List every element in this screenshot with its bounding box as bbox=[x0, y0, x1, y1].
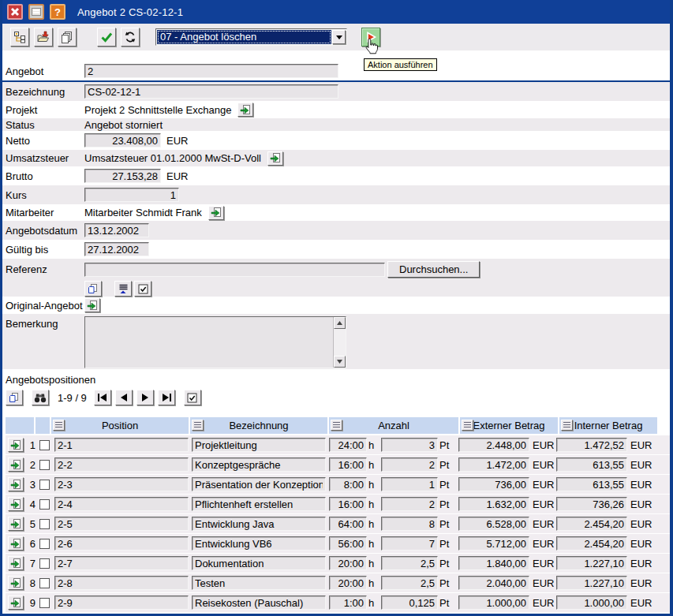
internal-amount-input[interactable] bbox=[556, 595, 627, 610]
row-open-button[interactable] bbox=[8, 536, 24, 551]
persondays-input[interactable] bbox=[381, 497, 438, 511]
positions-copy-button[interactable] bbox=[6, 390, 23, 405]
external-amount-input[interactable] bbox=[458, 497, 529, 511]
row-checkbox[interactable] bbox=[39, 460, 50, 470]
row-checkbox[interactable] bbox=[39, 598, 50, 608]
umsatzsteuer-open-button[interactable] bbox=[267, 151, 283, 166]
window-icon[interactable] bbox=[28, 4, 44, 20]
hours-input[interactable] bbox=[329, 477, 367, 491]
external-amount-input[interactable] bbox=[458, 477, 529, 491]
position-input[interactable] bbox=[54, 556, 189, 570]
hours-input[interactable] bbox=[329, 517, 367, 531]
persondays-input[interactable] bbox=[381, 595, 438, 610]
row-open-button[interactable] bbox=[8, 517, 24, 531]
hours-input[interactable] bbox=[329, 536, 367, 551]
positions-search-button[interactable] bbox=[32, 390, 49, 405]
gueltig-bis-input[interactable] bbox=[84, 242, 149, 256]
row-checkbox[interactable] bbox=[39, 440, 50, 450]
referenz-input[interactable] bbox=[84, 263, 385, 277]
hours-input[interactable] bbox=[329, 576, 367, 590]
hours-input[interactable] bbox=[329, 497, 367, 511]
angebotsdatum-input[interactable] bbox=[84, 223, 149, 237]
persondays-input[interactable] bbox=[381, 576, 438, 590]
external-amount-input[interactable] bbox=[458, 576, 529, 590]
position-input[interactable] bbox=[54, 497, 189, 511]
bezeichnung-input[interactable] bbox=[192, 536, 326, 551]
bezeichnung-input[interactable] bbox=[192, 595, 326, 610]
referenz-check-button[interactable] bbox=[134, 281, 151, 297]
external-amount-input[interactable] bbox=[458, 457, 529, 472]
external-amount-input[interactable] bbox=[458, 536, 529, 551]
angebot-input[interactable] bbox=[84, 64, 338, 78]
action-select[interactable]: 07 - Angebot löschen bbox=[155, 28, 347, 46]
tree-structure-button[interactable] bbox=[10, 28, 29, 47]
row-open-button[interactable] bbox=[8, 556, 24, 570]
bezeichnung-input[interactable] bbox=[192, 576, 326, 590]
internal-amount-input[interactable] bbox=[556, 536, 627, 551]
row-checkbox[interactable] bbox=[39, 558, 50, 569]
referenz-copy-button[interactable] bbox=[84, 281, 102, 297]
internal-amount-input[interactable] bbox=[556, 576, 627, 590]
original-angebot-open-button[interactable] bbox=[84, 298, 100, 312]
positions-select-all-button[interactable] bbox=[184, 390, 201, 405]
next-page-button[interactable] bbox=[136, 390, 154, 405]
sort-icon[interactable] bbox=[462, 420, 473, 431]
persondays-input[interactable] bbox=[381, 477, 438, 491]
internal-amount-input[interactable] bbox=[556, 477, 627, 491]
internal-amount-input[interactable] bbox=[556, 556, 627, 570]
hours-input[interactable] bbox=[329, 438, 367, 452]
internal-amount-input[interactable] bbox=[556, 457, 627, 472]
brutto-input[interactable] bbox=[84, 169, 161, 183]
execute-action-button[interactable] bbox=[361, 28, 380, 47]
copy-button[interactable] bbox=[58, 28, 77, 47]
row-checkbox[interactable] bbox=[39, 499, 50, 510]
external-amount-input[interactable] bbox=[458, 595, 529, 610]
kurs-input[interactable] bbox=[84, 188, 179, 202]
persondays-input[interactable] bbox=[381, 536, 438, 551]
row-open-button[interactable] bbox=[8, 497, 24, 511]
bezeichnung-input[interactable] bbox=[192, 517, 326, 531]
position-input[interactable] bbox=[54, 536, 189, 551]
browse-button[interactable]: Durchsuchen... bbox=[387, 261, 480, 278]
position-input[interactable] bbox=[54, 517, 189, 531]
mitarbeiter-open-button[interactable] bbox=[208, 206, 224, 220]
refresh-button[interactable] bbox=[121, 28, 140, 47]
row-checkbox[interactable] bbox=[39, 480, 50, 490]
bezeichnung-input[interactable] bbox=[192, 477, 326, 491]
row-checkbox[interactable] bbox=[39, 519, 50, 529]
position-input[interactable] bbox=[54, 477, 189, 491]
persondays-input[interactable] bbox=[381, 438, 438, 452]
position-input[interactable] bbox=[54, 576, 189, 590]
projekt-open-button[interactable] bbox=[237, 103, 253, 117]
combo-dropdown-button[interactable] bbox=[332, 30, 346, 44]
row-open-button[interactable] bbox=[8, 457, 24, 472]
hours-input[interactable] bbox=[329, 457, 367, 472]
internal-amount-input[interactable] bbox=[556, 517, 627, 531]
bezeichnung-input[interactable] bbox=[192, 556, 326, 570]
hours-input[interactable] bbox=[329, 556, 367, 570]
persondays-input[interactable] bbox=[381, 517, 438, 531]
row-open-button[interactable] bbox=[8, 438, 24, 452]
import-open-button[interactable] bbox=[34, 28, 53, 47]
bemerkung-textarea[interactable] bbox=[84, 316, 346, 368]
last-page-button[interactable] bbox=[158, 390, 175, 405]
bezeichnung-input[interactable] bbox=[192, 497, 326, 511]
scroll-up-button[interactable] bbox=[334, 317, 346, 329]
netto-input[interactable] bbox=[84, 133, 161, 147]
external-amount-input[interactable] bbox=[458, 556, 529, 570]
internal-amount-input[interactable] bbox=[556, 438, 627, 452]
first-page-button[interactable] bbox=[94, 390, 111, 405]
help-icon[interactable]: ? bbox=[50, 4, 65, 20]
external-amount-input[interactable] bbox=[458, 517, 529, 531]
position-input[interactable] bbox=[54, 595, 189, 610]
external-amount-input[interactable] bbox=[458, 438, 529, 452]
sort-icon[interactable] bbox=[192, 420, 204, 431]
close-icon[interactable] bbox=[7, 4, 23, 20]
scroll-down-button[interactable] bbox=[334, 356, 346, 368]
confirm-button[interactable] bbox=[97, 28, 116, 47]
sort-icon[interactable] bbox=[53, 420, 65, 431]
position-input[interactable] bbox=[54, 438, 189, 452]
sort-icon[interactable] bbox=[561, 420, 573, 431]
bezeichnung-input[interactable] bbox=[192, 438, 326, 452]
referenz-list-button[interactable] bbox=[114, 281, 132, 297]
